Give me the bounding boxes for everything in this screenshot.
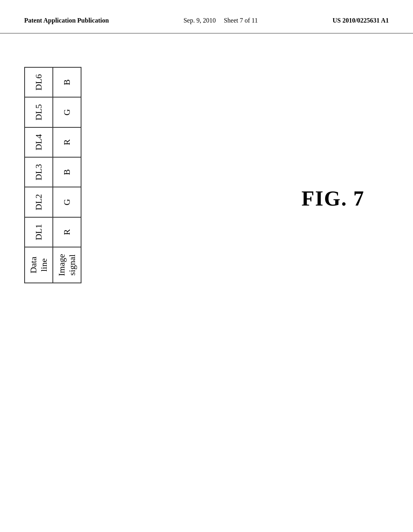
main-content: Data line DL1 DL2 DL3 DL4 DL5 DL6 Image … — [0, 33, 413, 299]
cell-dl2: G — [53, 187, 81, 217]
col-header-dl4: DL4 — [25, 127, 53, 157]
figure-label: FIG. 7 — [302, 187, 365, 210]
col-header-dl1: DL1 — [25, 217, 53, 247]
cell-dl5: G — [53, 98, 81, 127]
header-date: Sep. 9, 2010 — [184, 17, 216, 24]
header-patent-number: US 2010/0225631 A1 — [332, 16, 389, 25]
cell-dl6: B — [53, 67, 81, 97]
cell-dl1: R — [53, 217, 81, 247]
data-table: Data line DL1 DL2 DL3 DL4 DL5 DL6 Image … — [24, 67, 81, 283]
table-wrapper: Data line DL1 DL2 DL3 DL4 DL5 DL6 Image … — [24, 58, 218, 283]
table-row: Image signal R G B R G B — [53, 67, 81, 283]
col-header-dl6: DL6 — [25, 67, 53, 97]
header-sheet: Sheet 7 of 11 — [224, 17, 258, 24]
col-header-dl2: DL2 — [25, 187, 53, 217]
row-header-image-signal: Image signal — [53, 247, 81, 283]
cell-dl3: B — [53, 157, 81, 187]
header-date-sheet: Sep. 9, 2010 Sheet 7 of 11 — [184, 16, 258, 25]
header-publication-title: Patent Application Publication — [24, 16, 109, 25]
col-header-dl3: DL3 — [25, 157, 53, 187]
col-header-dl5: DL5 — [25, 98, 53, 127]
cell-dl4: R — [53, 127, 81, 157]
page-header: Patent Application Publication Sep. 9, 2… — [0, 0, 413, 33]
col-header-data-line: Data line — [25, 247, 53, 283]
